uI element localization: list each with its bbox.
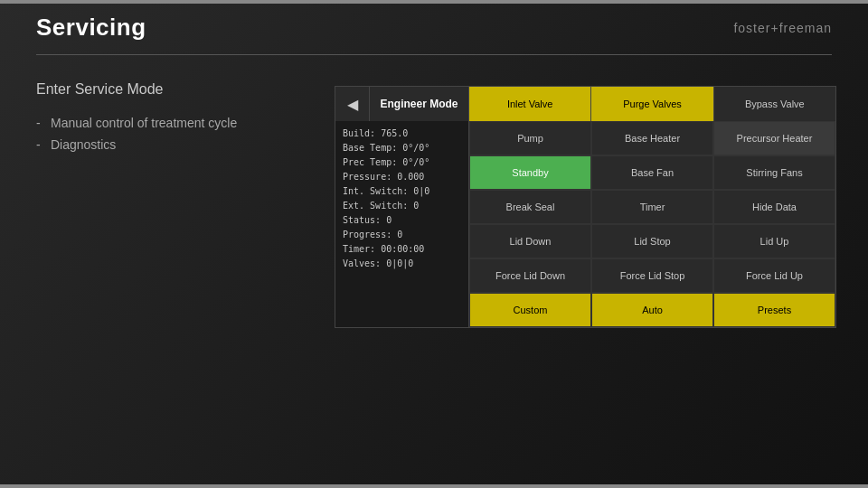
engineer-mode-title-cell: Engineer Mode bbox=[370, 87, 469, 121]
info-line-1: Base Temp: 0°/0° bbox=[343, 141, 461, 155]
base-fan-button[interactable]: Base Fan bbox=[591, 155, 713, 190]
back-icon: ◀ bbox=[347, 96, 358, 113]
bypass-valve-button[interactable]: Bypass Valve bbox=[714, 87, 835, 121]
precursor-heater-button[interactable]: Precursor Heater bbox=[713, 121, 835, 155]
auto-button[interactable]: Auto bbox=[591, 293, 713, 327]
service-mode-label: Enter Service Mode bbox=[36, 81, 344, 98]
base-heater-button[interactable]: Base Heater bbox=[591, 121, 713, 155]
brand-name: foster+freeman bbox=[733, 21, 832, 35]
bottom-bar bbox=[0, 484, 868, 488]
info-line-2: Prec Temp: 0°/0° bbox=[343, 155, 461, 170]
inlet-valve-button[interactable]: Inlet Valve bbox=[469, 87, 591, 121]
stirring-fans-button[interactable]: Stirring Fans bbox=[713, 155, 835, 190]
page-title: Servicing bbox=[36, 14, 146, 42]
header: Servicing foster+freeman bbox=[36, 14, 832, 42]
lid-down-button[interactable]: Lid Down bbox=[469, 224, 591, 258]
info-line-4: Int. Switch: 0|0 bbox=[343, 184, 461, 199]
info-column: Build: 765.0 Base Temp: 0°/0° Prec Temp:… bbox=[335, 121, 469, 327]
info-line-9: Valves: 0|0|0 bbox=[343, 257, 461, 271]
info-line-6: Status: 0 bbox=[343, 213, 461, 228]
timer-button[interactable]: Timer bbox=[591, 190, 713, 224]
bullet-item-2: Diagnostics bbox=[36, 137, 344, 152]
break-seal-button[interactable]: Break Seal bbox=[469, 190, 591, 224]
force-lid-up-button[interactable]: Force Lid Up bbox=[713, 258, 835, 293]
back-button[interactable]: ◀ bbox=[335, 87, 370, 121]
bullet-item-1: Manual control of treatment cycle bbox=[36, 116, 344, 130]
purge-valves-button[interactable]: Purge Valves bbox=[591, 87, 713, 121]
pump-button[interactable]: Pump bbox=[469, 121, 591, 155]
engineer-mode-title: Engineer Mode bbox=[380, 98, 458, 110]
bullet-list: Manual control of treatment cycle Diagno… bbox=[36, 116, 344, 152]
lid-stop-button[interactable]: Lid Stop bbox=[591, 224, 713, 258]
custom-button[interactable]: Custom bbox=[469, 293, 591, 327]
force-lid-stop-button[interactable]: Force Lid Stop bbox=[591, 258, 713, 293]
left-content: Enter Service Mode Manual control of tre… bbox=[36, 81, 344, 159]
info-line-7: Progress: 0 bbox=[343, 228, 461, 242]
panel-body: Build: 765.0 Base Temp: 0°/0° Prec Temp:… bbox=[335, 121, 835, 327]
engineer-panel: ◀ Engineer Mode Inlet Valve Purge Valves… bbox=[335, 86, 836, 328]
info-line-0: Build: 765.0 bbox=[343, 127, 461, 141]
info-line-5: Ext. Switch: 0 bbox=[343, 199, 461, 213]
info-line-8: Timer: 00:00:00 bbox=[343, 242, 461, 257]
standby-button[interactable]: Standby bbox=[469, 155, 591, 190]
top-bar bbox=[0, 0, 868, 4]
eng-header-row: ◀ Engineer Mode Inlet Valve Purge Valves… bbox=[335, 87, 835, 121]
button-grid: Pump Base Heater Precursor Heater Standb… bbox=[469, 121, 835, 327]
force-lid-down-button[interactable]: Force Lid Down bbox=[469, 258, 591, 293]
lid-up-button[interactable]: Lid Up bbox=[713, 224, 835, 258]
info-line-3: Pressure: 0.000 bbox=[343, 170, 461, 184]
header-divider bbox=[36, 54, 832, 55]
presets-button[interactable]: Presets bbox=[713, 293, 835, 327]
hide-data-button[interactable]: Hide Data bbox=[713, 190, 835, 224]
